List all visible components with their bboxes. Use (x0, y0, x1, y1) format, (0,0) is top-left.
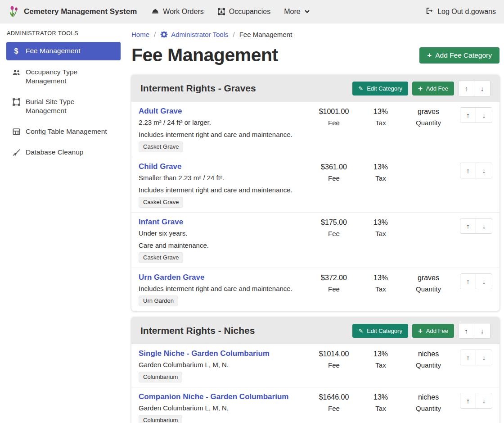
fee-row: Urn Garden Grave Includes interment righ… (131, 268, 500, 311)
fee-description-line2: Care and maintenance. (139, 241, 309, 250)
move-fee-down-button[interactable]: ↓ (476, 274, 492, 289)
main-nav: Work Orders Occupancies More (151, 8, 310, 16)
table-icon (12, 127, 21, 136)
fee-reorder-group: ↑ ↓ (460, 393, 492, 409)
categories: Interment Rights - Graves ✎ Edit Categor… (131, 75, 500, 423)
fee-quantity-column: graves Quantity (402, 106, 454, 152)
move-fee-up-button[interactable]: ↑ (460, 163, 476, 178)
chevron-down-icon (304, 9, 310, 14)
fee-type-badge: Urn Garden (139, 296, 178, 306)
fee-category-card: Interment Rights - Niches ✎ Edit Categor… (131, 317, 500, 423)
broom-icon (12, 148, 21, 157)
nav-occupancies[interactable]: Occupancies (217, 8, 271, 16)
move-category-down-button[interactable]: ↓ (474, 323, 490, 338)
fee-amount-value: $372.00 (309, 273, 359, 282)
nav-more[interactable]: More (284, 8, 310, 16)
sidebar-item-label: Fee Management (26, 46, 81, 55)
fee-amount-value: $361.00 (309, 162, 359, 172)
dollar-icon: $ (12, 47, 21, 56)
fee-name-link[interactable]: Companion Niche - Garden Columbarium (139, 392, 288, 402)
fee-amount-label: Fee (309, 174, 359, 182)
fee-tax-value: 13% (359, 349, 402, 359)
move-category-down-button[interactable]: ↓ (474, 81, 490, 96)
nav-label: Work Orders (163, 8, 203, 16)
sidebar-item-occupancy-type-management[interactable]: Occupancy Type Management (6, 63, 121, 90)
fee-row: Single Niche - Garden Columbarium Garden… (131, 344, 500, 387)
sidebar-item-database-cleanup[interactable]: Database Cleanup (6, 143, 121, 161)
fee-amount-label: Fee (309, 118, 359, 127)
fee-tax-value: 13% (359, 218, 402, 227)
fee-tax-value: 13% (359, 162, 402, 172)
add-fee-button[interactable]: + Add Fee (412, 82, 454, 96)
add-fee-category-label: Add Fee Category (435, 51, 492, 59)
hard-hat-icon (151, 8, 159, 16)
fee-type-badge: Columbarium (139, 415, 182, 423)
logout-icon (425, 7, 433, 17)
pencil-icon: ✎ (358, 328, 363, 334)
move-fee-up-button[interactable]: ↑ (460, 393, 476, 408)
edit-category-button[interactable]: ✎ Edit Category (352, 324, 408, 338)
move-fee-down-button[interactable]: ↓ (476, 393, 492, 408)
fee-amount-value: $1001.00 (309, 107, 359, 116)
fee-tax-label: Tax (359, 229, 402, 238)
fee-row: Companion Niche - Garden Columbarium Gar… (131, 387, 500, 423)
fee-quantity-value: niches (402, 349, 454, 359)
fee-amount-label: Fee (309, 229, 359, 238)
breadcrumb-home-link[interactable]: Home (131, 31, 149, 38)
fee-amount-column: $175.00 Fee (309, 217, 359, 263)
edit-category-button[interactable]: ✎ Edit Category (352, 82, 408, 96)
add-fee-label: Add Fee (426, 327, 448, 334)
fee-quantity-column: niches Quantity (402, 349, 454, 382)
fee-description-line1: Under six years. (139, 229, 309, 237)
sidebar-item-burial-site-type-management[interactable]: Burial Site Type Management (6, 93, 121, 120)
move-fee-down-button[interactable]: ↓ (476, 108, 492, 123)
move-category-up-button[interactable]: ↑ (459, 323, 474, 338)
add-fee-button[interactable]: + Add Fee (412, 324, 454, 338)
top-navbar: Cemetery Management System Work Orders (0, 0, 504, 23)
fee-tax-column: 13% Tax (359, 162, 402, 208)
sidebar-item-label: Database Cleanup (26, 148, 83, 157)
fee-name-link[interactable]: Child Grave (139, 162, 181, 172)
fee-quantity-column: graves Quantity (402, 273, 454, 306)
breadcrumb: Home / Administrator Tools / Fee Managem… (131, 28, 500, 38)
fee-amount-column: $1001.00 Fee (309, 106, 359, 152)
fee-reorder-group: ↑ ↓ (460, 350, 492, 365)
fee-name-link[interactable]: Adult Grave (139, 106, 182, 116)
breadcrumb-admin-tools-link[interactable]: Administrator Tools (160, 31, 228, 38)
fee-quantity-label: Quantity (402, 118, 454, 127)
move-fee-down-button[interactable]: ↓ (476, 350, 492, 365)
fee-tax-column: 13% Tax (359, 273, 402, 306)
fee-tax-label: Tax (359, 404, 402, 413)
move-category-up-button[interactable]: ↑ (459, 81, 474, 96)
plus-icon: + (418, 86, 423, 91)
logout-button[interactable]: Log Out d.gowans (425, 7, 496, 17)
fee-reorder-group: ↑ ↓ (460, 107, 492, 123)
sidebar-item-config-table-management[interactable]: Config Table Management (6, 123, 121, 141)
fee-category-card: Interment Rights - Graves ✎ Edit Categor… (131, 75, 500, 311)
edit-category-label: Edit Category (367, 85, 402, 92)
app-brand[interactable]: Cemetery Management System (8, 5, 137, 18)
nav-work-orders[interactable]: Work Orders (151, 8, 203, 16)
add-fee-category-button[interactable]: + Add Fee Category (419, 47, 500, 64)
fee-name-link[interactable]: Single Niche - Garden Columbarium (139, 349, 270, 359)
frame-icon (12, 98, 21, 106)
fee-amount-value: $175.00 (309, 218, 359, 227)
move-fee-up-button[interactable]: ↑ (460, 218, 476, 233)
move-fee-up-button[interactable]: ↑ (460, 274, 476, 289)
sidebar-item-fee-management[interactable]: $ Fee Management (6, 42, 121, 60)
move-fee-down-button[interactable]: ↓ (476, 163, 492, 178)
fee-row: Child Grave Smaller than 2.23 m² / 24 ft… (131, 157, 500, 212)
fee-name-link[interactable]: Urn Garden Grave (139, 273, 204, 282)
fee-tax-value: 13% (359, 392, 402, 402)
fee-amount-column: $1014.00 Fee (309, 349, 359, 382)
page-title: Fee Management (131, 45, 278, 66)
move-fee-down-button[interactable]: ↓ (476, 218, 492, 233)
fee-amount-label: Fee (309, 285, 359, 293)
fee-amount-label: Fee (309, 404, 359, 413)
fee-reorder-group: ↑ ↓ (460, 273, 492, 289)
move-fee-up-button[interactable]: ↑ (460, 350, 476, 365)
move-fee-up-button[interactable]: ↑ (460, 108, 476, 123)
fee-name-link[interactable]: Infant Grave (139, 217, 183, 227)
fee-row: Adult Grave 2.23 m² / 24 ft² or larger. … (131, 102, 500, 157)
fee-amount-column: $372.00 Fee (309, 273, 359, 306)
